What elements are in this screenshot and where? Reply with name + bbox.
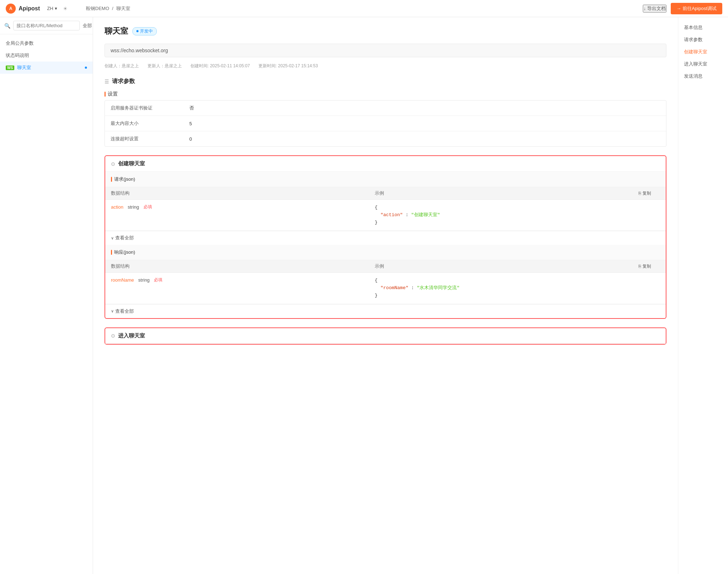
table-row-roomname: roomName string 必填 { "roomName" : xyxy=(105,273,666,304)
logo-icon: A xyxy=(6,4,16,14)
page-title: 聊天室 xyxy=(105,26,128,37)
right-nav: 基本信息 请求参数 创建聊天室 进入聊天室 发送消息 xyxy=(678,17,728,574)
field-required-action: 必填 xyxy=(144,204,152,210)
settings-key-maxsize: 最大内容大小 xyxy=(105,116,184,131)
event-title-row-create: ⊙ 创建聊天室 xyxy=(105,156,666,172)
response-data-table: 数据结构 示例 ⎘ 复制 roomName xyxy=(105,260,666,304)
field-type-roomname: string xyxy=(138,277,150,283)
created-time: 创建时间: 2025-02-11 14:05:07 xyxy=(190,63,250,69)
creator-info: 创建人：悬崖之上 xyxy=(105,63,139,69)
updater-info: 更新人：悬崖之上 xyxy=(147,63,182,69)
table-row-action: action string 必填 { "action" : xyxy=(105,200,666,231)
example-code-req: { "action" : "创建聊天室" } xyxy=(375,204,639,226)
settings-row-ssl: 启用服务器证书验证 否 xyxy=(105,101,666,116)
resp-header: 响应(json) xyxy=(105,245,666,260)
breadcrumb: 鞍钢DEMO / 聊天室 xyxy=(77,5,643,12)
lang-switcher[interactable]: ZH ▾ xyxy=(47,6,57,11)
active-indicator xyxy=(85,67,87,69)
app-name: Apipost xyxy=(19,5,40,12)
sidebar-item-status-codes[interactable]: 状态码说明 xyxy=(0,49,93,62)
col-copy-header-resp: ⎘ 复制 xyxy=(639,263,660,269)
status-dot xyxy=(136,30,139,32)
view-all-response[interactable]: ∨ 查看全部 xyxy=(105,304,666,318)
settings-key-timeout: 连接超时设置 xyxy=(105,131,184,146)
top-header: A Apipost ZH ▾ ☀ 鞍钢DEMO / 聊天室 ↓ 导出文档 → 前… xyxy=(0,0,728,17)
event-icon-enter: ⊙ xyxy=(111,333,115,339)
data-table-header-resp: 数据结构 示例 ⎘ 复制 xyxy=(105,260,666,273)
status-text: 开发中 xyxy=(140,28,153,34)
col-structure-header: 数据结构 xyxy=(111,190,375,196)
breadcrumb-sep: / xyxy=(112,6,113,11)
ws-badge: WS xyxy=(6,65,14,70)
meta-row: 创建人：悬崖之上 更新人：悬崖之上 创建时间: 2025-02-11 14:05… xyxy=(105,63,666,69)
event-icon-create: ⊙ xyxy=(111,161,115,167)
orange-bar xyxy=(105,92,106,97)
search-input[interactable] xyxy=(13,21,80,30)
settings-val-timeout: 0 xyxy=(184,132,198,146)
request-params-section-header: ☰ 请求参数 xyxy=(105,78,666,85)
sidebar-menu: 全局公共参数 状态码说明 WS 聊天室 xyxy=(0,34,93,77)
goto-apipost-button[interactable]: → 前往Apipost调试 xyxy=(671,3,722,14)
data-table-header-req: 数据结构 示例 ⎘ 复制 xyxy=(105,187,666,200)
col-copy-header: ⎘ 复制 xyxy=(639,190,660,196)
request-data-table: 数据结构 示例 ⎘ 复制 action xyxy=(105,187,666,231)
settings-key-ssl: 启用服务器证书验证 xyxy=(105,101,184,116)
event-title-enter: 进入聊天室 xyxy=(118,332,145,339)
create-room-event-block: ⊙ 创建聊天室 请求(json) 数据结构 示例 xyxy=(105,155,666,319)
example-code-resp: { "roomName" : "水木清华同学交流" } xyxy=(375,277,639,299)
settings-sub-header: 设置 xyxy=(105,91,666,97)
right-nav-request-params[interactable]: 请求参数 xyxy=(684,37,722,43)
settings-label: 设置 xyxy=(108,91,118,97)
field-required-roomname: 必填 xyxy=(154,277,162,283)
sidebar-search-area: 🔍 全部 ▾ xyxy=(0,17,93,34)
event-title-row-enter: ⊙ 进入聊天室 xyxy=(105,328,666,344)
logo-area: A Apipost ZH ▾ ☀ xyxy=(6,4,77,14)
breadcrumb-parent: 鞍钢DEMO xyxy=(86,5,109,12)
request-block: 请求(json) 数据结构 示例 ⎘ 复制 xyxy=(105,172,666,245)
status-badge: 开发中 xyxy=(132,27,157,35)
settings-val-ssl: 否 xyxy=(184,101,200,116)
filter-dropdown[interactable]: 全部 ▾ xyxy=(83,23,93,29)
export-button[interactable]: ↓ 导出文档 xyxy=(643,5,666,13)
view-all-request[interactable]: ∨ 查看全部 xyxy=(105,231,666,245)
section-icon: ☰ xyxy=(105,79,109,84)
req-label: 请求(json) xyxy=(114,176,135,183)
settings-row-maxsize: 最大内容大小 5 xyxy=(105,116,666,131)
col-structure-header-resp: 数据结构 xyxy=(111,263,375,269)
search-icon: 🔍 xyxy=(4,23,10,29)
enter-room-event-block: ⊙ 进入聊天室 xyxy=(105,327,666,345)
settings-table: 启用服务器证书验证 否 最大内容大小 5 连接超时设置 0 xyxy=(105,100,666,147)
resp-label: 响应(json) xyxy=(114,249,135,256)
main-content: 聊天室 开发中 wss://echo.websocket.org 创建人：悬崖之… xyxy=(93,17,678,574)
header-actions: ↓ 导出文档 → 前往Apipost调试 xyxy=(643,3,722,14)
settings-val-maxsize: 5 xyxy=(184,117,198,131)
sidebar-item-label: 聊天室 xyxy=(17,64,31,71)
field-name-action: action xyxy=(111,204,123,210)
page-title-row: 聊天室 开发中 xyxy=(105,26,666,37)
orange-bar-req xyxy=(111,177,112,182)
settings-row-timeout: 连接超时设置 0 xyxy=(105,131,666,146)
field-name-roomname: roomName xyxy=(111,277,134,283)
updated-time: 更新时间: 2025-02-17 15:14:53 xyxy=(258,63,318,69)
event-title-create: 创建聊天室 xyxy=(118,160,145,167)
section-title: 请求参数 xyxy=(112,78,135,85)
sidebar: 🔍 全部 ▾ 全局公共参数 状态码说明 WS 聊天室 xyxy=(0,17,93,574)
right-nav-basic-info[interactable]: 基本信息 xyxy=(684,24,722,31)
sidebar-item-global-params[interactable]: 全局公共参数 xyxy=(0,37,93,49)
theme-icon[interactable]: ☀ xyxy=(63,6,68,11)
col-example-header: 示例 xyxy=(375,190,639,196)
main-layout: 🔍 全部 ▾ 全局公共参数 状态码说明 WS 聊天室 xyxy=(0,17,728,574)
orange-bar-resp xyxy=(111,250,112,255)
col-example-header-resp: 示例 xyxy=(375,263,639,269)
right-nav-send-message[interactable]: 发送消息 xyxy=(684,73,722,79)
settings-section: 设置 启用服务器证书验证 否 最大内容大小 5 连接超时设置 0 xyxy=(105,91,666,147)
sidebar-item-chatroom[interactable]: WS 聊天室 xyxy=(0,62,93,74)
response-block: 响应(json) 数据结构 示例 ⎘ 复制 xyxy=(105,245,666,318)
req-header: 请求(json) xyxy=(105,172,666,187)
copy-button-req[interactable]: ⎘ 复制 xyxy=(639,190,660,196)
right-nav-enter-room[interactable]: 进入聊天室 xyxy=(684,61,722,67)
copy-button-resp[interactable]: ⎘ 复制 xyxy=(639,263,660,269)
content-area: 聊天室 开发中 wss://echo.websocket.org 创建人：悬崖之… xyxy=(93,17,728,574)
right-nav-create-room[interactable]: 创建聊天室 xyxy=(684,49,722,55)
url-bar: wss://echo.websocket.org xyxy=(105,44,666,57)
